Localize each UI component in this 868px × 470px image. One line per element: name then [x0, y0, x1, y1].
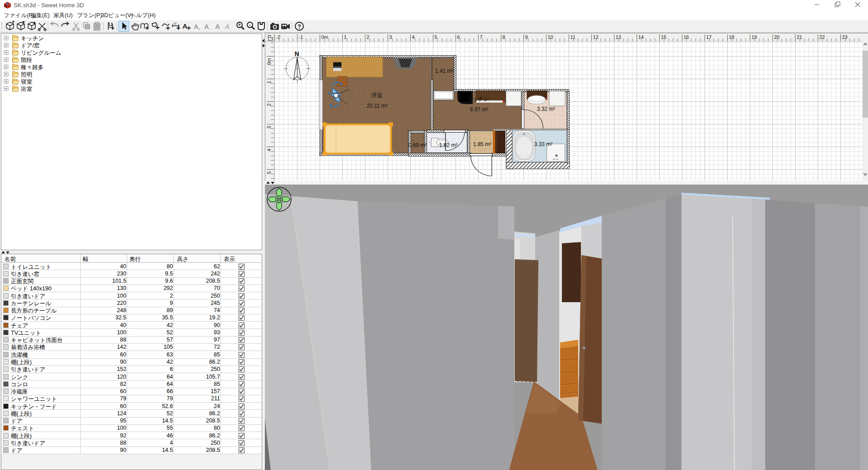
svg-text:20.11 m²: 20.11 m²	[367, 103, 388, 109]
svg-text:16: 16	[684, 34, 689, 40]
svg-text:22: 22	[820, 34, 825, 40]
svg-text:+: +	[238, 22, 241, 27]
svg-text:2: 2	[266, 104, 272, 106]
svg-text:4: 4	[266, 149, 272, 152]
svg-text:13: 13	[616, 34, 621, 40]
svg-text:+: +	[198, 27, 201, 31]
svg-text:-1: -1	[299, 34, 303, 40]
svg-text:0m: 0m	[266, 58, 272, 65]
svg-text:-: -	[249, 22, 250, 27]
svg-text:20: 20	[774, 34, 780, 40]
svg-text:キッチン: キッチン	[465, 95, 489, 102]
svg-text:12: 12	[593, 34, 599, 40]
svg-text:15: 15	[661, 34, 667, 40]
svg-text:5: 5	[266, 171, 272, 174]
svg-text:21: 21	[797, 34, 802, 40]
svg-text:3: 3	[389, 34, 392, 40]
svg-text:?: ?	[297, 23, 301, 30]
svg-text:6.97 m²: 6.97 m²	[470, 106, 489, 113]
svg-text:A: A	[225, 23, 230, 30]
svg-text:23: 23	[842, 34, 848, 40]
svg-text:10: 10	[173, 22, 177, 25]
svg-text:N: N	[295, 50, 299, 57]
svg-text:11: 11	[571, 34, 575, 40]
svg-text:A: A	[215, 23, 220, 30]
svg-text:1: 1	[266, 81, 272, 84]
svg-text:9: 9	[525, 34, 528, 40]
svg-text:3.32 m²: 3.32 m²	[537, 106, 556, 112]
svg-text:7: 7	[480, 34, 483, 40]
svg-text:1.82 m²: 1.82 m²	[439, 142, 458, 148]
svg-text:1: 1	[344, 34, 347, 40]
svg-text:8: 8	[503, 34, 505, 40]
svg-text:洋室: 洋室	[371, 92, 383, 99]
svg-text:A: A	[194, 23, 198, 30]
svg-text:-2: -2	[276, 34, 281, 40]
svg-text:0.69 m²: 0.69 m²	[408, 142, 427, 148]
svg-text:-: -	[209, 27, 210, 31]
svg-text:0m: 0m	[321, 34, 328, 40]
svg-text:10: 10	[548, 34, 553, 40]
svg-text:19: 19	[752, 34, 757, 40]
svg-text:A: A	[182, 22, 187, 30]
svg-text:3.33 m²: 3.33 m²	[534, 141, 553, 147]
svg-text:3: 3	[266, 126, 272, 129]
svg-text:1.85 m²: 1.85 m²	[473, 141, 492, 147]
svg-text:A: A	[204, 23, 209, 30]
svg-text:18: 18	[729, 34, 734, 40]
svg-text:4: 4	[412, 34, 415, 40]
svg-text:6: 6	[457, 34, 460, 40]
svg-text:2: 2	[367, 34, 369, 40]
svg-text:14: 14	[638, 34, 644, 40]
svg-text:17: 17	[706, 34, 712, 40]
svg-text:1.41 m²: 1.41 m²	[435, 68, 454, 74]
svg-text:5: 5	[435, 34, 437, 40]
